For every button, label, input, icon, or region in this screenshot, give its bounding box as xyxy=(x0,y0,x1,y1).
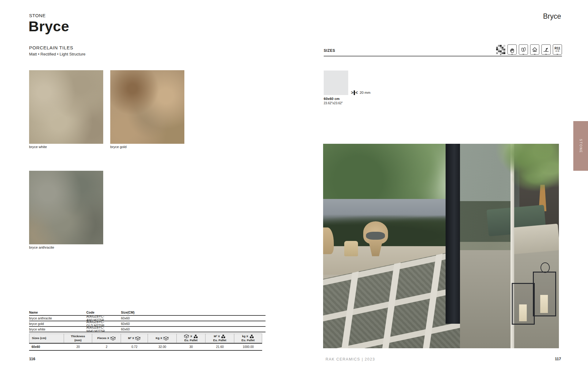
pallet-icon xyxy=(249,334,254,338)
r11-class-label: A+B xyxy=(556,50,559,52)
lifestyle-photo xyxy=(323,144,559,348)
pallet-icon xyxy=(193,334,198,338)
box-icon xyxy=(163,336,169,341)
arrow-left-glyph: < xyxy=(355,90,358,95)
cell-name: bryce gold xyxy=(29,322,86,326)
cell-size: 60x60 xyxy=(121,322,266,326)
arrow-right-glyph: > xyxy=(351,90,353,95)
cell-kg-box: 32.00 xyxy=(148,345,177,349)
box-icon xyxy=(110,336,116,341)
thickness-indicator: > < 20 mm xyxy=(351,90,371,95)
sizes-divider xyxy=(324,56,562,56)
col-header-kg-per-pallet: kg X Eu. Pallet xyxy=(234,334,262,343)
cell-code: A06GZBYC-WH0.M2T5R xyxy=(86,326,121,333)
finish-line: Matt • Rectified • Light Structure xyxy=(29,52,85,56)
photo-candle xyxy=(540,295,548,313)
sizes-heading: SIZES xyxy=(324,48,335,53)
photo-lantern xyxy=(512,283,535,325)
photo-candle xyxy=(519,304,527,321)
col-header-thickness: Thickness (mm) xyxy=(64,334,92,343)
size-inch-label: 23.62"x23.62" xyxy=(324,101,343,105)
pallet-icon xyxy=(221,334,226,338)
cell-name: bryce anthracite xyxy=(29,316,86,320)
packing-table-header: Sizes (cm) Thickness (mm) Pieces X M² X … xyxy=(29,334,262,344)
shade-variation-icon xyxy=(496,44,505,55)
swatch-label: bryce anthracite xyxy=(29,246,54,249)
col-header-boxes-per-pallet: X Eu. Pallet xyxy=(177,334,205,343)
cell-thickness: 20 xyxy=(64,345,92,349)
cell-size: 60x60 xyxy=(121,327,266,331)
product-type-label: PORCELAIN TILES xyxy=(29,45,73,50)
col-header-sizes: Sizes (cm) xyxy=(29,334,64,343)
photo-lounger xyxy=(510,223,559,254)
cell-m2-box: 0.72 xyxy=(121,345,148,349)
packing-table: Sizes (cm) Thickness (mm) Pieces X M² X … xyxy=(29,334,262,351)
col-header-kg-per-box: Kg X xyxy=(148,334,177,343)
outdoor-plant-icon xyxy=(541,44,551,55)
cell-pieces: 2 xyxy=(92,345,121,349)
col-header-size: Size(CM) xyxy=(121,311,266,314)
certification-icons: R11 A+B xyxy=(496,44,562,55)
box-icon xyxy=(135,336,141,341)
table-row: bryce anthracite A06GZBYC-AN0.M2T5R 60x6… xyxy=(29,316,266,321)
hand-icon xyxy=(507,44,517,55)
cell-name: bryce white xyxy=(29,327,86,331)
table-row: bryce white A06GZBYC-WH0.M2T5R 60x60 xyxy=(29,327,266,332)
cell-boxes-pallet: 30 xyxy=(177,345,205,349)
photo-side-table xyxy=(344,241,358,256)
stone-tab-label: STONE xyxy=(579,139,582,153)
page-number-right: 117 xyxy=(555,357,561,361)
col-header-m2-per-pallet: M² X Eu. Pallet xyxy=(205,334,234,343)
tile-swatch-bryce-white xyxy=(29,70,103,144)
slip-rating-icon: R11 A+B xyxy=(553,44,562,55)
swatch-label: bryce white xyxy=(29,145,47,149)
thickness-bar-icon xyxy=(354,90,355,95)
stone-section-tab: STONE xyxy=(573,121,588,171)
col-header-pieces-per-box: Pieces X xyxy=(92,334,121,343)
page-number-left: 116 xyxy=(29,357,35,361)
table-row: bryce gold A06GZBYC-GLD.M2T5R 60x60 xyxy=(29,321,266,327)
thickness-value: 20 mm xyxy=(360,91,370,94)
cell-size: 60x60 xyxy=(121,316,266,320)
category-label: STONE xyxy=(29,13,46,18)
right-page-title: Bryce xyxy=(543,12,561,21)
photo-chair-cushion xyxy=(366,232,385,240)
tile-swatch-bryce-gold xyxy=(110,70,184,144)
barefoot-icon xyxy=(519,44,528,55)
catalog-spread: STONE Bryce PORCELAIN TILES Matt • Recti… xyxy=(0,0,588,374)
cell-size: 60x60 xyxy=(29,345,64,349)
footer-brand: RAK CERAMICS | 2023 xyxy=(326,357,375,361)
col-header-name: Name xyxy=(29,311,86,314)
photo-overhanging-leaves xyxy=(450,144,559,226)
packing-table-row: 60x60 20 2 0.72 32.00 30 21.60 1000.00 xyxy=(29,344,262,351)
box-icon xyxy=(184,334,189,338)
swatch-label: bryce gold xyxy=(110,145,126,149)
cell-m2-pallet: 21.60 xyxy=(205,345,234,349)
r11-label: R11 xyxy=(555,47,560,50)
cell-kg-pallet: 1000.00 xyxy=(234,345,262,349)
size-cm-label: 60x60 cm xyxy=(324,97,340,101)
page-title: Bryce xyxy=(28,18,69,35)
col-header-code: Code xyxy=(86,311,121,314)
size-swatch-60x60 xyxy=(324,71,348,95)
products-table: Name Code Size(CM) bryce anthracite A06G… xyxy=(29,311,266,332)
products-table-header: Name Code Size(CM) xyxy=(29,311,266,316)
photo-lantern-ring xyxy=(541,262,550,273)
photo-lantern xyxy=(533,272,556,316)
tile-swatch-bryce-anthracite xyxy=(29,171,103,244)
col-header-m2-per-box: M² X xyxy=(121,334,148,343)
residential-icon xyxy=(530,44,539,55)
